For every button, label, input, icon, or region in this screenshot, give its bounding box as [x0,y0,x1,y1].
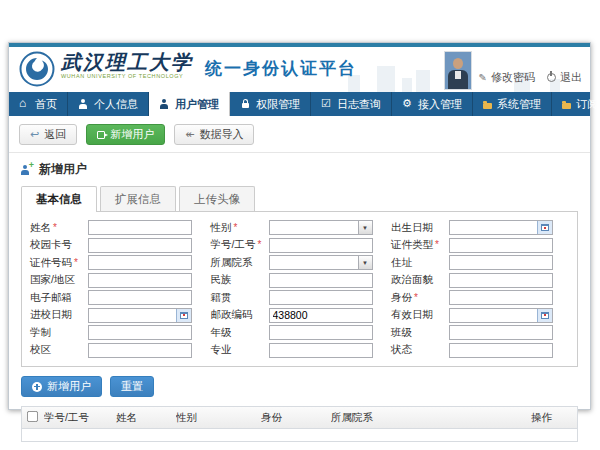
postal-code-field [269,308,373,323]
id-type-input[interactable] [450,239,552,252]
tab-basic-info[interactable]: 基本信息 [21,186,97,212]
form-row: 证件号码* [30,255,208,270]
submit-add-user-label: 新增用户 [47,381,91,392]
schooling-length-input[interactable] [89,326,191,339]
name-field [88,220,192,235]
status-input[interactable] [450,344,552,357]
calendar-icon [541,312,549,319]
tab-extended-info[interactable]: 扩展信息 [100,186,176,211]
entry-date-input[interactable] [89,309,176,322]
postal-code-input[interactable] [270,309,372,322]
nav-item-label: 首页 [35,97,57,112]
campus-card-no-label: 校园卡号* [30,238,88,252]
class-input[interactable] [450,326,552,339]
student-staff-id-field [269,238,373,253]
major-field [269,343,373,358]
entry-date-calendar-button[interactable] [176,309,191,322]
nav-item-user-management[interactable]: 用户管理 [149,92,230,116]
form-row: 状态* [391,343,569,358]
logout-link[interactable]: 退出 [547,70,582,85]
calendar-icon [180,312,188,319]
table-header-5: 所属院系 [331,411,531,425]
native-place-field [269,290,373,305]
select-all-checkbox[interactable] [27,411,38,422]
form-row: 出生日期* [391,220,569,235]
department-label: 所属院系* [211,256,269,270]
country-region-label: 国家/地区* [30,273,88,287]
campus-field [88,343,192,358]
birth-date-input[interactable] [450,221,537,234]
nav-item-label: 订阅管理 [576,97,600,112]
form-row: 性别* ▼ [211,220,389,235]
department-dropdown-button[interactable]: ▼ [358,256,372,269]
campus-card-no-field [88,238,192,253]
valid-date-calendar-button[interactable] [537,309,552,322]
birth-date-calendar-button[interactable] [537,221,552,234]
nav-item-system-management[interactable]: 系统管理 [473,92,552,116]
gender-input[interactable] [270,221,358,234]
country-region-field [88,273,192,288]
nav-item-home[interactable]: 首页 [9,92,68,116]
nav-item-label: 用户管理 [175,97,219,112]
data-import-button[interactable]: ↞ 数据导入 [174,124,254,145]
campus-card-no-input[interactable] [89,239,191,252]
section-title: 新增用户 [39,161,87,178]
add-person-icon [21,164,33,175]
grade-field [269,325,373,340]
valid-date-input[interactable] [450,309,537,322]
status-label: 状态* [391,343,449,357]
nav-item-label: 系统管理 [497,97,541,112]
gender-dropdown-button[interactable]: ▼ [358,221,372,234]
user-table: 学号/工号姓名性别身份所属院系操作 [21,406,578,442]
data-import-label: 数据导入 [199,129,243,140]
submit-add-user-button[interactable]: 新增用户 [21,376,102,397]
user-avatar[interactable] [444,51,472,90]
major-input[interactable] [270,344,372,357]
form-row: 姓名* [30,220,208,235]
identity-input[interactable] [450,291,552,304]
add-user-toolbar-button[interactable]: 新增用户 [86,124,165,145]
change-password-link[interactable]: ✎ 修改密码 [479,70,535,85]
address-input[interactable] [450,256,552,269]
person-card-icon [78,99,89,109]
form-row: 国家/地区* [30,273,208,288]
tab-upload-avatar[interactable]: 上传头像 [179,186,255,211]
basic-info-panel: 姓名* 校园卡号* 证件号码* 国家/地区* 电子邮箱* 进校日期* 学制* 校… [21,211,578,367]
nav-item-profile[interactable]: 个人信息 [68,92,149,116]
valid-date-label: 有效日期* [391,308,449,322]
plus-circle-icon [32,382,42,392]
name-input[interactable] [89,221,191,234]
student-staff-id-input[interactable] [270,239,372,252]
ethnicity-input[interactable] [270,274,372,287]
checked-doc-icon [321,99,332,109]
address-label: 住址* [391,256,449,270]
table-header-4: 身份 [261,411,331,425]
name-label: 姓名* [30,221,88,235]
country-region-input[interactable] [89,274,191,287]
nav-item-log-query[interactable]: 日志查询 [311,92,392,116]
form-actions: 新增用户 重置 [9,367,590,406]
nav-item-access-management[interactable]: 接入管理 [392,92,473,116]
back-button[interactable]: ↩ 返回 [19,124,77,145]
nav-item-label: 个人信息 [94,97,138,112]
email-input[interactable] [89,291,191,304]
id-number-field [88,255,192,270]
home-icon [19,99,30,109]
form-row: 电子邮箱* [30,290,208,305]
id-number-input[interactable] [89,256,191,269]
reset-button[interactable]: 重置 [110,376,154,397]
table-empty-area [22,429,577,441]
department-input[interactable] [270,256,358,269]
nav-item-permission-management[interactable]: 权限管理 [230,92,311,116]
platform-title: 统一身份认证平台 [205,57,357,80]
form-row: 班级* [391,325,569,340]
grade-input[interactable] [270,326,372,339]
native-place-input[interactable] [270,291,372,304]
lock-icon [240,99,251,109]
political-status-input[interactable] [450,274,552,287]
campus-input[interactable] [89,344,191,357]
nav-bar: 首页 个人信息 用户管理 权限管理 日志查询 接入管理 系统管理 [9,92,590,116]
nav-item-subscription-management[interactable]: 订阅管理 [552,92,600,116]
table-header-2: 姓名 [116,411,176,425]
class-field [449,325,553,340]
